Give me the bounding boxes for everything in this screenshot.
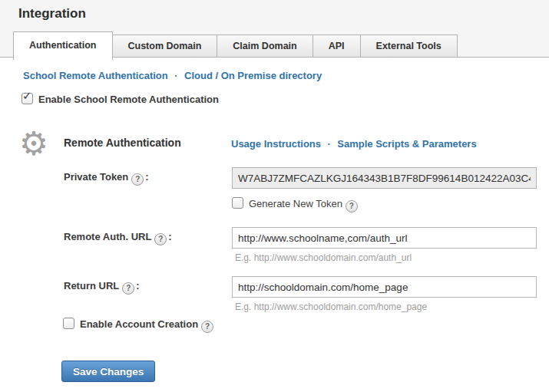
enable-account-creation-label: Enable Account Creation	[80, 318, 198, 330]
tab-api[interactable]: API	[313, 35, 361, 58]
page-title: Integration	[18, 6, 86, 21]
section-links-separator: ·	[327, 138, 330, 150]
generate-new-token-row: ✓Generate New Token?	[232, 197, 359, 212]
save-changes-button[interactable]: Save Changes	[61, 361, 155, 382]
subnav-separator: ·	[174, 70, 177, 81]
private-token-help-icon[interactable]: ?	[131, 173, 144, 186]
tab-custom-domain[interactable]: Custom Domain	[112, 35, 218, 58]
gear-icon: ⚙	[18, 127, 50, 160]
enable-school-remote-auth-label: Enable School Remote Authentication	[38, 94, 219, 105]
tab-authentication[interactable]: Authentication	[13, 31, 113, 60]
return-url-help-icon[interactable]: ?	[122, 282, 134, 295]
remote-auth-url-input[interactable]	[232, 227, 537, 249]
enable-account-creation-row: ✓Enable Account Creation?	[63, 318, 215, 333]
enable-account-creation-help-icon[interactable]: ?	[201, 321, 213, 333]
integration-page: Integration Authentication Custom Domain…	[0, 0, 549, 392]
checkmark-icon: ✓	[22, 89, 32, 103]
enable-school-remote-auth-checkbox[interactable]: ✓	[21, 93, 33, 104]
link-usage-instructions[interactable]: Usage Instructions	[231, 138, 321, 150]
return-url-input[interactable]	[232, 276, 537, 298]
tab-external-tools[interactable]: External Tools	[360, 35, 458, 58]
tab-claim-domain[interactable]: Claim Domain	[217, 35, 313, 58]
remote-auth-url-example: E.g. http://www.schooldomain.com/auth_ur…	[235, 252, 412, 263]
generate-new-token-help-icon[interactable]: ?	[346, 200, 358, 212]
return-url-label: Return URL?:	[64, 280, 140, 295]
link-cloud-on-premise-directory[interactable]: Cloud / On Premise directory	[184, 70, 322, 81]
section-title: Remote Authentication	[64, 137, 181, 149]
enable-school-remote-auth-row: ✓Enable School Remote Authentication	[21, 93, 219, 105]
section-links: Usage Instructions · Sample Scripts & Pa…	[231, 137, 477, 150]
private-token-label: Private Token?:	[64, 171, 149, 186]
remote-auth-url-help-icon[interactable]: ?	[154, 233, 167, 245]
page-header: Integration Authentication Custom Domain…	[0, 0, 549, 58]
generate-new-token-checkbox[interactable]: ✓	[232, 197, 243, 209]
tab-bar: Authentication Custom Domain Claim Domai…	[13, 31, 458, 60]
link-sample-scripts-parameters[interactable]: Sample Scripts & Parameters	[337, 138, 476, 150]
generate-new-token-label: Generate New Token	[249, 198, 342, 209]
link-school-remote-authentication[interactable]: School Remote Authentication	[23, 70, 168, 81]
private-token-input[interactable]	[232, 167, 537, 189]
return-url-example: E.g. http://www.schooldomain.com/home_pa…	[235, 301, 427, 312]
remote-auth-url-label: Remote Auth. URL?:	[64, 231, 172, 245]
enable-account-creation-checkbox[interactable]: ✓	[63, 318, 74, 329]
subnav: School Remote Authentication · Cloud / O…	[23, 68, 322, 82]
